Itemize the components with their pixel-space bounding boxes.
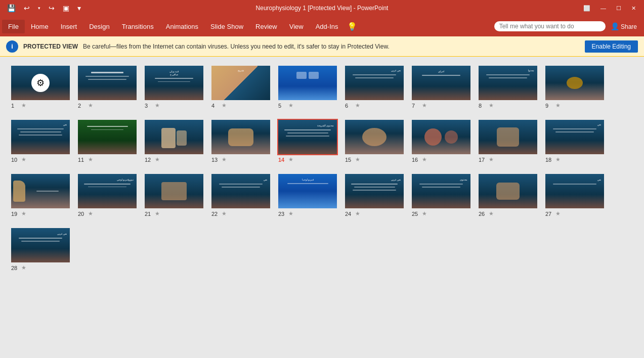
slide-star-6[interactable]: ★	[355, 102, 360, 109]
slide-star-25[interactable]: ★	[422, 210, 427, 217]
slide-thumb-2[interactable]	[77, 65, 138, 101]
slide-star-26[interactable]: ★	[489, 210, 494, 217]
share-btn[interactable]: 👤 Share	[606, 20, 642, 33]
slide-star-20[interactable]: ★	[88, 210, 93, 217]
maximize-btn[interactable]: ☐	[612, 4, 625, 13]
slide-thumb-18[interactable]: نص	[544, 119, 605, 155]
slide-thumb-8[interactable]: محتوا	[478, 65, 538, 101]
slide-thumb-7[interactable]: اجزاي	[411, 65, 471, 101]
slide-star-13[interactable]: ★	[222, 156, 227, 163]
slide-item-25[interactable]: محتوى 25 ★	[411, 173, 471, 217]
slide-item-9[interactable]: 9 ★	[544, 65, 605, 109]
slide-thumb-1[interactable]: ⚙	[10, 65, 71, 101]
slide-thumb-20[interactable]: نيوروفيزيولوجي	[77, 173, 138, 209]
slide-thumb-26[interactable]	[478, 173, 538, 209]
slide-item-18[interactable]: نص 18 ★	[544, 119, 605, 163]
slide-star-4[interactable]: ★	[222, 102, 227, 109]
slide-thumb-4[interactable]: تشريح	[210, 65, 271, 101]
slide-star-5[interactable]: ★	[288, 102, 293, 109]
undo-icon[interactable]: ↩	[21, 2, 33, 14]
slide-thumb-24[interactable]: نص عربي	[344, 173, 405, 209]
save-icon[interactable]: 💾	[4, 2, 19, 14]
menu-animations[interactable]: Animations	[160, 20, 204, 33]
menu-addins[interactable]: Add-Ins	[310, 20, 345, 33]
close-btn[interactable]: ✕	[627, 4, 640, 13]
slide-item-14[interactable]: محتوى الشريحة 14 ★	[277, 119, 338, 163]
slide-item-5[interactable]: 5 ★	[277, 65, 338, 109]
slide-item-11[interactable]: 11 ★	[77, 119, 138, 163]
slide-star-3[interactable]: ★	[155, 102, 160, 109]
slide-thumb-9[interactable]	[544, 65, 605, 101]
menu-design[interactable]: Design	[83, 20, 115, 33]
slide-item-3[interactable]: قيد بوليصافي ج 3 ★	[144, 65, 204, 109]
menu-file[interactable]: File	[2, 20, 25, 33]
slide-item-6[interactable]: نص عربي 6 ★	[344, 65, 405, 109]
slide-thumb-25[interactable]: محتوى	[411, 173, 471, 209]
slide-star-17[interactable]: ★	[489, 156, 494, 163]
slide-thumb-11[interactable]	[77, 119, 138, 155]
slide-item-28[interactable]: نص عربي 28 ★	[10, 227, 71, 271]
slide-item-23[interactable]: فيزيولوجيا 23 ★	[277, 173, 338, 217]
slide-star-2[interactable]: ★	[88, 102, 93, 109]
slide-star-9[interactable]: ★	[555, 102, 561, 109]
menu-review[interactable]: Review	[249, 20, 283, 33]
slide-item-17[interactable]: 17 ★	[478, 119, 538, 163]
slide-item-4[interactable]: تشريح 4 ★	[210, 65, 271, 109]
slide-item-27[interactable]: نص 27 ★	[544, 173, 605, 217]
restore-window-btn[interactable]: ⬜	[579, 4, 594, 13]
slide-star-12[interactable]: ★	[155, 156, 160, 163]
slide-star-10[interactable]: ★	[21, 156, 26, 163]
slide-thumb-15[interactable]	[344, 119, 405, 155]
slide-item-19[interactable]: 19 ★	[10, 173, 71, 217]
redo-icon[interactable]: ↪	[46, 2, 58, 14]
slide-star-15[interactable]: ★	[355, 156, 360, 163]
slide-thumb-3[interactable]: قيد بوليصافي ج	[144, 65, 204, 101]
slide-star-27[interactable]: ★	[555, 210, 561, 217]
menu-view[interactable]: View	[283, 20, 310, 33]
search-input[interactable]	[499, 23, 600, 30]
slide-item-20[interactable]: نيوروفيزيولوجي 20 ★	[77, 173, 138, 217]
slide-thumb-17[interactable]	[478, 119, 538, 155]
slide-star-16[interactable]: ★	[422, 156, 427, 163]
slide-star-28[interactable]: ★	[21, 264, 26, 271]
slide-thumb-16[interactable]	[411, 119, 471, 155]
slide-thumb-21[interactable]	[144, 173, 204, 209]
slide-thumb-22[interactable]: نص	[210, 173, 271, 209]
slide-star-18[interactable]: ★	[555, 156, 561, 163]
menu-home[interactable]: Home	[25, 20, 55, 33]
slide-star-1[interactable]: ★	[21, 102, 26, 109]
slide-item-2[interactable]: 2 ★	[77, 65, 138, 109]
slide-thumb-19[interactable]	[10, 173, 71, 209]
slide-item-10[interactable]: نص 10 ★	[10, 119, 71, 163]
slide-item-21[interactable]: 21 ★	[144, 173, 204, 217]
slide-thumb-14[interactable]: محتوى الشريحة	[277, 119, 338, 155]
slide-item-13[interactable]: 13 ★	[210, 119, 271, 163]
slide-thumb-23[interactable]: فيزيولوجيا	[277, 173, 338, 209]
minimize-btn[interactable]: —	[596, 4, 610, 12]
slide-thumb-12[interactable]	[144, 119, 204, 155]
slide-item-8[interactable]: محتوا 8 ★	[478, 65, 538, 109]
menu-insert[interactable]: Insert	[55, 20, 83, 33]
enable-editing-button[interactable]: Enable Editing	[585, 40, 638, 53]
menu-transitions[interactable]: Transitions	[116, 20, 160, 33]
slide-item-15[interactable]: 15 ★	[344, 119, 405, 163]
slide-item-7[interactable]: اجزاي 7 ★	[411, 65, 471, 109]
slide-thumb-10[interactable]: نص	[10, 119, 71, 155]
slide-item-22[interactable]: نص 22 ★	[210, 173, 271, 217]
slide-star-7[interactable]: ★	[422, 102, 427, 109]
slide-thumb-28[interactable]: نص عربي	[10, 227, 71, 263]
slide-item-12[interactable]: 12 ★	[144, 119, 204, 163]
slide-item-24[interactable]: نص عربي 24 ★	[344, 173, 405, 217]
slide-star-14[interactable]: ★	[288, 156, 293, 163]
slide-star-21[interactable]: ★	[155, 210, 160, 217]
slide-thumb-5[interactable]	[277, 65, 338, 101]
slide-star-19[interactable]: ★	[21, 210, 26, 217]
search-box[interactable]	[494, 21, 606, 31]
slide-item-26[interactable]: 26 ★	[478, 173, 538, 217]
menu-slideshow[interactable]: Slide Show	[204, 20, 249, 33]
slide-thumb-27[interactable]: نص	[544, 173, 605, 209]
slide-star-11[interactable]: ★	[88, 156, 93, 163]
slide-thumb-6[interactable]: نص عربي	[344, 65, 405, 101]
slide-star-22[interactable]: ★	[222, 210, 227, 217]
undo-dropdown-icon[interactable]: ▾	[35, 4, 44, 13]
